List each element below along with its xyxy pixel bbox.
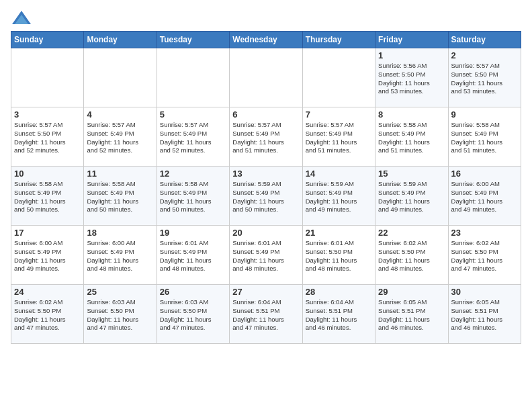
day-info: Sunrise: 6:02 AM Sunset: 5:50 PM Dayligh… [451,239,518,273]
day-info: Sunrise: 5:59 AM Sunset: 5:49 PM Dayligh… [306,180,372,214]
day-number: 9 [451,109,518,120]
weekday-header: Tuesday [157,32,229,48]
calendar-cell: 27Sunrise: 6:04 AM Sunset: 5:51 PM Dayli… [230,285,302,344]
day-number: 11 [87,169,153,179]
day-number: 20 [232,228,299,238]
calendar-cell: 21Sunrise: 6:01 AM Sunset: 5:50 PM Dayli… [302,226,375,285]
day-number: 21 [306,228,372,238]
calendar-cell: 14Sunrise: 5:59 AM Sunset: 5:49 PM Dayli… [302,167,375,226]
calendar-cell: 17Sunrise: 6:00 AM Sunset: 5:49 PM Dayli… [11,226,84,285]
day-number: 28 [306,287,372,297]
day-number: 4 [87,109,153,120]
calendar-cell: 30Sunrise: 6:05 AM Sunset: 5:51 PM Dayli… [448,285,521,344]
day-info: Sunrise: 5:57 AM Sunset: 5:49 PM Dayligh… [160,121,226,155]
day-number: 16 [451,169,518,179]
calendar-cell: 6Sunrise: 5:57 AM Sunset: 5:49 PM Daylig… [230,107,302,167]
day-number: 17 [14,228,81,238]
logo [11,11,31,26]
calendar-cell: 22Sunrise: 6:02 AM Sunset: 5:50 PM Dayli… [375,226,448,285]
calendar-cell: 12Sunrise: 5:58 AM Sunset: 5:49 PM Dayli… [157,167,229,226]
day-info: Sunrise: 6:02 AM Sunset: 5:50 PM Dayligh… [378,239,445,273]
weekday-header: Saturday [448,32,521,48]
day-number: 25 [87,287,153,297]
calendar-cell [230,48,302,107]
day-number: 15 [378,169,445,179]
weekday-header: Monday [84,32,157,48]
day-info: Sunrise: 5:58 AM Sunset: 5:49 PM Dayligh… [451,121,518,155]
calendar-cell: 25Sunrise: 6:03 AM Sunset: 5:50 PM Dayli… [84,285,157,344]
day-number: 6 [232,109,299,120]
day-number: 1 [378,50,445,60]
day-number: 13 [232,169,299,179]
day-number: 7 [306,109,372,120]
day-info: Sunrise: 6:00 AM Sunset: 5:49 PM Dayligh… [87,239,153,273]
day-info: Sunrise: 6:02 AM Sunset: 5:50 PM Dayligh… [14,298,81,332]
calendar-cell [11,48,84,107]
day-info: Sunrise: 6:04 AM Sunset: 5:51 PM Dayligh… [232,298,299,332]
day-info: Sunrise: 6:05 AM Sunset: 5:51 PM Dayligh… [451,298,518,332]
calendar-cell: 9Sunrise: 5:58 AM Sunset: 5:49 PM Daylig… [448,107,521,167]
day-number: 18 [87,228,153,238]
calendar-cell: 4Sunrise: 5:57 AM Sunset: 5:49 PM Daylig… [84,107,157,167]
day-info: Sunrise: 6:03 AM Sunset: 5:50 PM Dayligh… [160,298,226,332]
day-info: Sunrise: 5:57 AM Sunset: 5:49 PM Dayligh… [232,121,299,155]
calendar-cell [157,48,229,107]
day-info: Sunrise: 6:01 AM Sunset: 5:49 PM Dayligh… [160,239,226,273]
day-number: 27 [232,287,299,297]
day-number: 12 [160,169,226,179]
calendar-cell: 2Sunrise: 5:57 AM Sunset: 5:50 PM Daylig… [448,48,521,107]
calendar-cell: 16Sunrise: 6:00 AM Sunset: 5:49 PM Dayli… [448,167,521,226]
day-info: Sunrise: 5:58 AM Sunset: 5:49 PM Dayligh… [160,180,226,214]
day-number: 3 [14,109,81,120]
day-info: Sunrise: 6:04 AM Sunset: 5:51 PM Dayligh… [306,298,372,332]
day-number: 10 [14,169,81,179]
calendar-cell: 8Sunrise: 5:58 AM Sunset: 5:49 PM Daylig… [375,107,448,167]
calendar-cell: 18Sunrise: 6:00 AM Sunset: 5:49 PM Dayli… [84,226,157,285]
calendar-week-row: 1Sunrise: 5:56 AM Sunset: 5:50 PM Daylig… [11,48,521,107]
day-number: 23 [451,228,518,238]
day-number: 30 [451,287,518,297]
calendar-cell: 29Sunrise: 6:05 AM Sunset: 5:51 PM Dayli… [375,285,448,344]
day-info: Sunrise: 5:57 AM Sunset: 5:49 PM Dayligh… [306,121,372,155]
calendar-cell: 1Sunrise: 5:56 AM Sunset: 5:50 PM Daylig… [375,48,448,107]
weekday-header: Wednesday [230,32,302,48]
calendar-cell: 5Sunrise: 5:57 AM Sunset: 5:49 PM Daylig… [157,107,229,167]
logo-icon [12,11,31,24]
calendar-week-row: 10Sunrise: 5:58 AM Sunset: 5:49 PM Dayli… [11,167,521,226]
day-info: Sunrise: 6:05 AM Sunset: 5:51 PM Dayligh… [378,298,445,332]
calendar-cell: 28Sunrise: 6:04 AM Sunset: 5:51 PM Dayli… [302,285,375,344]
weekday-header: Friday [375,32,448,48]
calendar-cell: 15Sunrise: 5:59 AM Sunset: 5:49 PM Dayli… [375,167,448,226]
day-info: Sunrise: 5:59 AM Sunset: 5:49 PM Dayligh… [232,180,299,214]
day-info: Sunrise: 5:58 AM Sunset: 5:49 PM Dayligh… [87,180,153,214]
day-info: Sunrise: 5:58 AM Sunset: 5:49 PM Dayligh… [378,121,445,155]
day-info: Sunrise: 5:57 AM Sunset: 5:50 PM Dayligh… [14,121,81,155]
calendar-cell: 3Sunrise: 5:57 AM Sunset: 5:50 PM Daylig… [11,107,84,167]
day-info: Sunrise: 6:01 AM Sunset: 5:49 PM Dayligh… [232,239,299,273]
day-info: Sunrise: 5:56 AM Sunset: 5:50 PM Dayligh… [378,62,445,96]
day-number: 19 [160,228,226,238]
day-number: 2 [451,50,518,60]
day-number: 29 [378,287,445,297]
calendar-cell [84,48,157,107]
calendar-cell: 11Sunrise: 5:58 AM Sunset: 5:49 PM Dayli… [84,167,157,226]
calendar-cell: 7Sunrise: 5:57 AM Sunset: 5:49 PM Daylig… [302,107,375,167]
calendar-cell: 23Sunrise: 6:02 AM Sunset: 5:50 PM Dayli… [448,226,521,285]
calendar-cell: 19Sunrise: 6:01 AM Sunset: 5:49 PM Dayli… [157,226,229,285]
calendar-cell: 20Sunrise: 6:01 AM Sunset: 5:49 PM Dayli… [230,226,302,285]
day-info: Sunrise: 6:00 AM Sunset: 5:49 PM Dayligh… [14,239,81,273]
day-info: Sunrise: 5:59 AM Sunset: 5:49 PM Dayligh… [378,180,445,214]
calendar-cell: 26Sunrise: 6:03 AM Sunset: 5:50 PM Dayli… [157,285,229,344]
day-info: Sunrise: 5:57 AM Sunset: 5:50 PM Dayligh… [451,62,518,96]
weekday-header: Thursday [302,32,375,48]
day-number: 14 [306,169,372,179]
day-number: 8 [378,109,445,120]
day-info: Sunrise: 6:00 AM Sunset: 5:49 PM Dayligh… [451,180,518,214]
calendar-cell: 24Sunrise: 6:02 AM Sunset: 5:50 PM Dayli… [11,285,84,344]
day-number: 5 [160,109,226,120]
day-info: Sunrise: 5:57 AM Sunset: 5:49 PM Dayligh… [87,121,153,155]
calendar-week-row: 24Sunrise: 6:02 AM Sunset: 5:50 PM Dayli… [11,285,521,344]
day-number: 24 [14,287,81,297]
calendar-cell [302,48,375,107]
calendar-week-row: 3Sunrise: 5:57 AM Sunset: 5:50 PM Daylig… [11,107,521,167]
